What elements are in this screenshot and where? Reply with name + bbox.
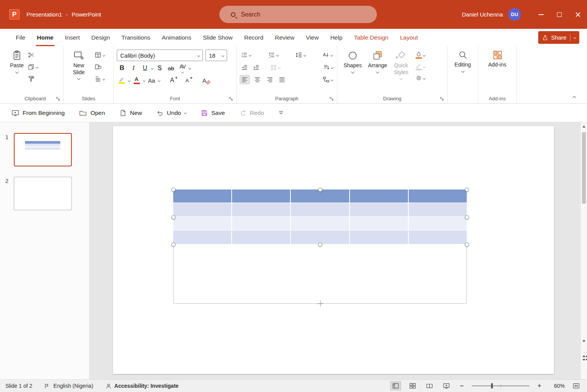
tab-review[interactable]: Review [269, 29, 300, 46]
text-direction-button[interactable] [322, 63, 334, 71]
table-resize-handle-bottom-left[interactable] [171, 243, 176, 247]
character-spacing-button[interactable]: AV [177, 63, 188, 73]
bullets-button[interactable] [240, 51, 252, 59]
table-cell[interactable] [173, 217, 232, 230]
tab-design[interactable]: Design [86, 29, 116, 46]
table-cell[interactable] [409, 217, 467, 230]
chevron-down-icon[interactable] [158, 79, 160, 81]
italic-button[interactable]: I [128, 63, 139, 73]
strikethrough-button[interactable]: ab [166, 63, 176, 73]
shape-effects-button[interactable] [415, 73, 426, 83]
chevron-down-icon[interactable] [303, 54, 306, 56]
copy-button[interactable] [27, 62, 39, 71]
chevron-down-icon[interactable] [331, 78, 333, 81]
table-cell[interactable] [232, 203, 291, 216]
editing-button[interactable]: Editing [454, 48, 471, 103]
slide-sorter-view-button[interactable] [407, 381, 418, 390]
tab-file[interactable]: File [10, 29, 31, 46]
font-color-button[interactable]: A [132, 75, 142, 86]
chevron-down-icon[interactable] [351, 70, 354, 73]
zoom-out-button[interactable] [458, 382, 466, 390]
table-cell[interactable] [291, 203, 350, 216]
chevron-down-icon[interactable] [331, 66, 333, 68]
convert-smartart-button[interactable] [322, 75, 334, 84]
font-dialog-launcher[interactable] [229, 96, 234, 101]
tab-slide-show[interactable]: Slide Show [197, 29, 239, 46]
slide[interactable] [113, 126, 554, 374]
line-spacing-button[interactable] [294, 51, 307, 59]
slideshow-view-button[interactable] [441, 381, 452, 390]
tab-view[interactable]: View [300, 29, 324, 46]
fit-to-window-button[interactable] [571, 381, 582, 390]
chevron-down-icon[interactable] [423, 77, 425, 79]
arrange-button[interactable]: Arrange [365, 48, 390, 94]
share-button[interactable]: Share [538, 31, 579, 44]
avatar[interactable]: DU [508, 8, 521, 21]
table-cell[interactable] [409, 203, 467, 216]
paragraph-dialog-launcher[interactable] [329, 96, 334, 101]
chevron-down-icon[interactable] [276, 54, 279, 56]
font-size-select[interactable]: 18 [206, 50, 227, 61]
quick-styles-button[interactable]: Quick Styles [390, 48, 412, 94]
table-cell[interactable] [350, 203, 409, 216]
tab-home[interactable]: Home [31, 29, 59, 46]
reading-view-button[interactable] [424, 381, 435, 390]
table-resize-handle-middle-left[interactable] [171, 215, 176, 219]
normal-view-button[interactable] [390, 381, 401, 390]
drawing-dialog-launcher[interactable] [439, 96, 444, 101]
slide-layout-button[interactable] [94, 50, 106, 60]
table-cell[interactable] [173, 231, 232, 244]
align-right-button[interactable] [265, 75, 274, 84]
previous-slide-button[interactable] [582, 349, 587, 355]
zoom-slider-thumb[interactable] [491, 383, 493, 389]
chevron-down-icon[interactable] [143, 79, 145, 81]
increase-font-size-button[interactable]: A [167, 75, 177, 86]
tab-insert[interactable]: Insert [59, 29, 86, 46]
content-placeholder[interactable] [173, 189, 467, 304]
customize-quick-access-toolbar-icon[interactable] [279, 110, 284, 115]
tab-table-design[interactable]: Table Design [348, 29, 395, 46]
paste-button[interactable]: Paste [10, 48, 24, 94]
slide-1-thumbnail[interactable] [14, 133, 72, 166]
tab-help[interactable]: Help [325, 29, 348, 46]
table-resize-handle-bottom-middle[interactable] [318, 243, 322, 247]
new-slide-button[interactable]: New Slide [67, 48, 91, 94]
slide-indicator[interactable]: Slide 1 of 2 [5, 383, 32, 389]
clear-formatting-button[interactable]: A [199, 75, 210, 86]
align-left-button[interactable] [240, 75, 250, 84]
scroll-up-arrow[interactable] [582, 125, 585, 128]
from-beginning-button[interactable]: From Beginning [12, 109, 65, 117]
table-cell[interactable] [173, 189, 232, 203]
chevron-down-icon[interactable] [128, 79, 130, 81]
clipboard-dialog-launcher[interactable] [56, 96, 61, 101]
minimize-button[interactable] [532, 0, 550, 29]
zoom-in-button[interactable] [536, 382, 543, 390]
align-center-button[interactable] [253, 75, 262, 84]
zoom-slider[interactable] [472, 385, 529, 386]
chevron-down-icon[interactable] [36, 66, 38, 68]
table-cell[interactable] [291, 231, 350, 244]
chevron-down-icon[interactable] [77, 77, 80, 80]
undo-button[interactable]: Undo [156, 110, 186, 116]
change-case-button[interactable]: Aa [146, 75, 157, 86]
table-resize-handle-top-left[interactable] [171, 188, 176, 192]
user-name[interactable]: Daniel Uchenna [462, 11, 503, 18]
table-resize-handle-top-right[interactable] [465, 188, 469, 192]
proofing-flag-icon[interactable] [44, 383, 50, 389]
scroll-down-arrow[interactable] [582, 340, 585, 342]
decrease-indent-button[interactable] [240, 63, 249, 71]
language-indicator[interactable]: English (Nigeria) [53, 383, 93, 389]
chevron-down-icon[interactable] [189, 67, 191, 69]
chevron-down-icon[interactable] [103, 54, 105, 56]
accessibility-person-icon[interactable] [106, 383, 111, 389]
chevron-down-icon[interactable] [423, 65, 425, 68]
table-cell[interactable] [232, 217, 291, 230]
slide-table[interactable] [173, 189, 467, 244]
section-button[interactable] [94, 74, 106, 83]
text-highlight-button[interactable] [117, 75, 127, 86]
chevron-down-icon[interactable] [423, 54, 425, 56]
cut-button[interactable] [27, 50, 39, 60]
tab-record[interactable]: Record [239, 29, 269, 46]
table-cell[interactable] [350, 189, 409, 203]
open-button[interactable]: Open [79, 109, 105, 117]
